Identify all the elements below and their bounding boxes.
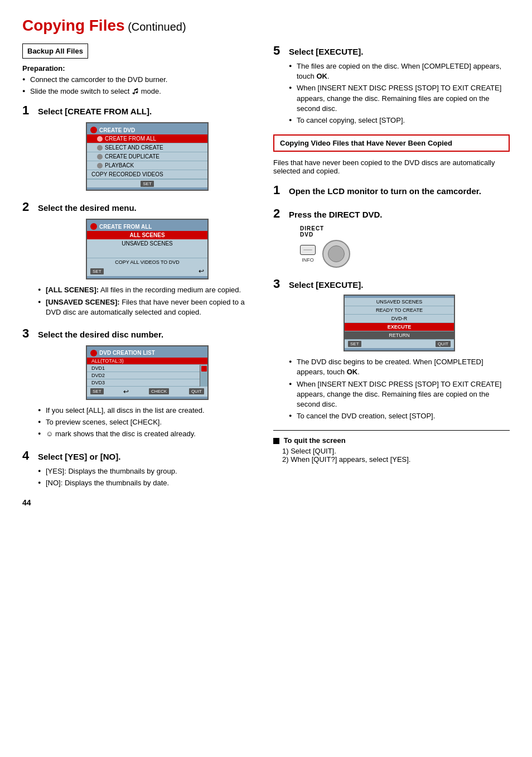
lcd-disc-all[interactable]: ALL(TOTAL:3) [87, 358, 207, 365]
lcd-icon-2 [90, 223, 97, 230]
lcd-exec-row-2: READY TO CREATE [345, 306, 454, 315]
row-icon-3 [97, 154, 103, 160]
backup-all-files-heading: Backup All Files [22, 44, 88, 59]
bullet-unsaved-scenes: [UNSAVED SCENES]: Files that have never … [38, 297, 257, 317]
lcd-execute-screen: UNSAVED SCENES READY TO CREATE DVD-R EXE… [344, 295, 455, 351]
step-2-num: 2 [22, 200, 33, 214]
bullet-all-scenes: [ALL SCENES]: All files in the recording… [38, 285, 257, 295]
lcd-copy-all[interactable]: COPY ALL VIDEOS TO DVD [87, 258, 207, 266]
copying-video-files-title: Copying Video Files that Have Never Been… [280, 139, 452, 147]
direct-dvd-label: DIRECTDVD [300, 225, 324, 238]
copying-video-files-text: Files that have never been copied to the… [273, 158, 510, 175]
left-column: Backup All Files Preparation: Connect th… [22, 44, 257, 507]
step-5-bullets: The files are copied on the disc. When [… [289, 61, 510, 126]
quit-step-1: 1) Select [QUIT]. [282, 447, 510, 455]
step-1-label: Select [CREATE FROM ALL]. [38, 107, 152, 116]
page-title: Copying Files (Continued) [22, 17, 510, 35]
step-5-label: Select [EXECUTE]. [289, 47, 363, 56]
lcd-set-btn-1[interactable]: SET [141, 181, 154, 187]
lcd-disc-3[interactable]: DVD3 [87, 379, 200, 387]
step-r3-label: Select [EXECUTE]. [289, 280, 363, 290]
lcd-exec-row-3: DVD-R [345, 315, 454, 323]
copying-video-files-box: Copying Video Files that Have Never Been… [273, 134, 510, 152]
lcd-row-playback[interactable]: PLAYBACK [87, 161, 207, 170]
row-icon-4 [97, 163, 103, 168]
step-r2-block: 2 Press the DIRECT DVD. DIRECTDVD INFO [273, 206, 510, 268]
lcd-row-copy-recorded[interactable]: COPY RECORDED VIDEOS [87, 170, 207, 179]
step-r1-block: 1 Open the LCD monitor to turn on the ca… [273, 183, 510, 197]
lcd-screen-3: DVD CREATION LIST ALL(TOTAL:3) DVD1 DVD2… [86, 345, 209, 400]
step-5-block: 5 Select [EXECUTE]. The files are copied… [273, 44, 510, 126]
lcd-exec-quit-btn[interactable]: QUIT [436, 341, 451, 347]
lcd-row-create-dup[interactable]: CREATE DUPLICATE [87, 152, 207, 161]
preparation-list: Connect the camcorder to the DVD burner.… [22, 75, 257, 97]
step-4-bullets: [YES]: Displays the thumbnails by group.… [38, 466, 257, 488]
step-4-num: 4 [22, 449, 33, 463]
step-r3-num: 3 [273, 277, 284, 291]
step-r2-num: 2 [273, 206, 284, 221]
step-1-block: 1 Select [CREATE FROM ALL]. CREATE DVD C… [22, 103, 257, 191]
lcd-set-btn-3[interactable]: SET [90, 388, 104, 394]
bullet-5-1: The files are copied on the disc. When [… [289, 61, 510, 81]
dvd-button[interactable] [322, 240, 350, 268]
lcd-exec-set-btn[interactable]: SET [348, 341, 361, 347]
scroll-thumb [201, 366, 207, 372]
lcd-back-btn-2[interactable]: ↩ [199, 267, 204, 275]
bullet-disc-check: To preview scenes, select [CHECK]. [38, 417, 257, 427]
bullet-r3-3: To cancel the DVD creation, select [STOP… [289, 411, 510, 421]
bullet-r3-1: The DVD disc begins to be created. When … [289, 357, 510, 377]
step-3-label: Select the desired disc number. [38, 330, 163, 339]
to-quit-heading: To quit the screen [273, 436, 510, 445]
divider [273, 430, 510, 431]
lcd-title-3: DVD CREATION LIST [99, 350, 155, 356]
bullet-disc-all: If you select [ALL], all discs in the li… [38, 406, 257, 416]
page-number: 44 [22, 498, 257, 507]
lcd-check-btn[interactable]: CHECK [149, 388, 169, 394]
bullet-r3-2: When [INSERT NEXT DISC PRESS [STOP] TO E… [289, 379, 510, 410]
bullet-no: [NO]: Displays the thumbnails by date. [38, 478, 257, 488]
lcd-title-1: CREATE DVD [99, 127, 135, 133]
lcd-unsaved-scenes[interactable]: UNSAVED SCENES [87, 239, 207, 248]
lcd-exec-row-1: UNSAVED SCENES [345, 298, 454, 306]
lcd-bottom-1: SET [87, 179, 207, 187]
lcd-back-btn-3[interactable]: ↩ [123, 388, 129, 396]
step-4-block: 4 Select [YES] or [NO]. [YES]: Displays … [22, 449, 257, 488]
info-label: INFO [302, 257, 314, 263]
step-r3-block: 3 Select [EXECUTE]. UNSAVED SCENES READY… [273, 277, 510, 421]
lcd-all-scenes[interactable]: ALL SCENES [87, 231, 207, 239]
step-2-bullets: [ALL SCENES]: All files in the recording… [38, 285, 257, 317]
lcd-quit-btn-3[interactable]: QUIT [189, 388, 204, 394]
step-r1-num: 1 [273, 183, 284, 197]
step-3-num: 3 [22, 326, 33, 341]
black-square-icon [273, 438, 279, 444]
lcd-exec-set-bar: SET QUIT [345, 340, 454, 348]
row-icon-2 [97, 145, 103, 151]
lcd-row-select-create[interactable]: SELECT AND CREATE [87, 143, 207, 152]
lcd-icon-3 [90, 350, 97, 356]
lcd-exec-return[interactable]: RETURN [345, 331, 454, 340]
step-2-block: 2 Select the desired menu. CREATE FROM A… [22, 200, 257, 317]
lcd-screen-2: CREATE FROM ALL ALL SCENES UNSAVED SCENE… [86, 219, 209, 279]
step-4-label: Select [YES] or [NO]. [38, 452, 120, 461]
step-2-label: Select the desired menu. [38, 203, 137, 213]
lcd-set-bar-3: SET ↩ CHECK QUIT [87, 387, 207, 397]
lcd-disc-2[interactable]: DVD2 [87, 372, 200, 379]
step-3-bullets: If you select [ALL], all discs in the li… [38, 406, 257, 440]
step-r1-label: Open the LCD monitor to turn on the camc… [289, 186, 481, 196]
right-column: 5 Select [EXECUTE]. The files are copied… [273, 44, 510, 507]
lcd-title-2: CREATE FROM ALL [99, 224, 152, 230]
bullet-5-2: When [INSERT NEXT DISC PRESS [STOP] TO E… [289, 83, 510, 114]
bullet-5-3: To cancel copying, select [STOP]. [289, 115, 510, 126]
lcd-set-btn-2[interactable]: SET [90, 268, 104, 274]
quit-step-2: 2) When [QUIT?] appears, select [YES]. [282, 455, 510, 464]
bullet-disc-mark: ☺ mark shows that the disc is created al… [38, 429, 257, 439]
lcd-row-create-from-all[interactable]: CREATE FROM ALL [87, 134, 207, 143]
lcd-screen-1: CREATE DVD CREATE FROM ALL SELECT AND CR… [86, 122, 209, 191]
lcd-exec-execute[interactable]: EXECUTE [345, 323, 454, 331]
lcd-disc-1[interactable]: DVD1 [87, 365, 200, 372]
bullet-yes: [YES]: Displays the thumbnails by group. [38, 466, 257, 476]
step-r3-bullets: The DVD disc begins to be created. When … [289, 357, 510, 421]
quit-section: To quit the screen 1) Select [QUIT]. 2) … [273, 436, 510, 464]
prep-item-2: Slide the mode switch to select 🎜 mode. [22, 86, 257, 97]
step-1-num: 1 [22, 103, 33, 118]
